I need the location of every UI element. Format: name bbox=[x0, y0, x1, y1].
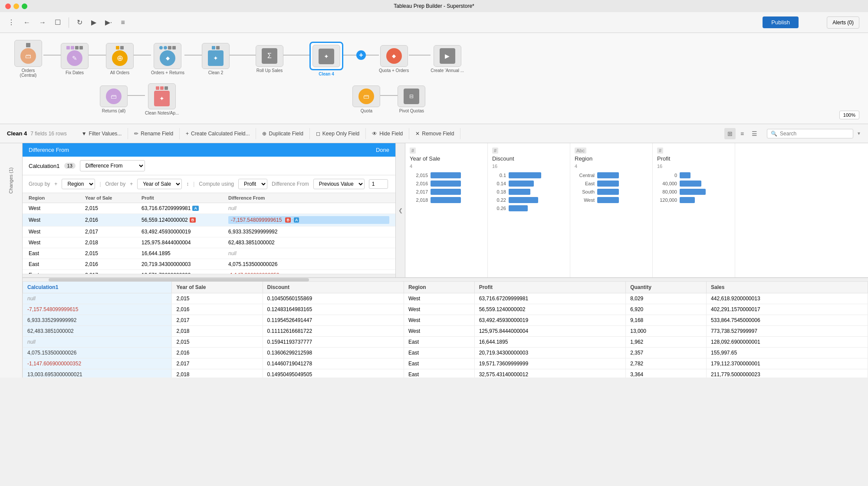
cell-quantity: 1,962 bbox=[626, 337, 707, 348]
back-button[interactable]: ← bbox=[21, 17, 33, 28]
flow-node-clean-notes[interactable]: ✦ Clean Notes/Ap... bbox=[145, 83, 179, 115]
add-group-by-button[interactable]: + bbox=[54, 181, 57, 187]
filter-action[interactable]: ▼ Filter Values... bbox=[76, 128, 128, 139]
flow-node-fix-dates[interactable]: ✎ Fix Dates bbox=[61, 43, 89, 75]
diff-table-row-selected[interactable]: West 2,016 56,559.1240000002 B -7,157.54… bbox=[23, 214, 395, 227]
table-row[interactable]: 4,075.153500000026 2,016 0.1360629921259… bbox=[23, 348, 868, 358]
cell-quantity: 3,364 bbox=[626, 369, 707, 378]
profile-bar-row: 2,018 bbox=[410, 197, 483, 203]
flow-node-pivot-quotas[interactable]: ⊟ Pivot Quotas bbox=[398, 85, 425, 113]
diff-count-input[interactable] bbox=[369, 179, 388, 189]
profile-col-name-year: Year of Sale bbox=[410, 155, 483, 162]
flow-canvas: 🗃 Orders (Central) ✎ Fix Dates bbox=[0, 33, 868, 124]
bar-0.26 bbox=[509, 205, 528, 211]
calc-action[interactable]: + Create Calculated Field... bbox=[180, 128, 256, 139]
cell-calc: null bbox=[23, 293, 172, 304]
sidebar-toggle-button[interactable]: ⋮ bbox=[5, 16, 17, 28]
cell-profit: 19,571.73609999999 bbox=[474, 358, 626, 369]
alerts-button[interactable]: Alerts (0) bbox=[827, 16, 859, 29]
list-view-button[interactable]: ☰ bbox=[749, 128, 760, 139]
minimize-traffic-light[interactable] bbox=[13, 3, 19, 9]
cell-discount: 0.11954526491447 bbox=[263, 315, 404, 326]
table-row[interactable]: -7,157.548099999615 2,016 0.124831649831… bbox=[23, 304, 868, 315]
diff-table-row[interactable]: West 2,017 63,492.45930000019 6,933.3352… bbox=[23, 227, 395, 237]
cell-year: 2,015 bbox=[172, 293, 263, 304]
flow-node-create-annual[interactable]: ▶ Create 'Annual ... bbox=[431, 45, 464, 73]
cell-calc: -7,157.548099999615 bbox=[23, 304, 172, 315]
flow-node-all-orders[interactable]: ⊕ All Orders bbox=[106, 43, 134, 75]
search-icon: 🔍 bbox=[771, 131, 777, 137]
flow-node-returns-all[interactable]: 🗃 Returns (all) bbox=[100, 85, 128, 113]
add-order-by-button[interactable]: + bbox=[130, 181, 133, 187]
flow-node-orders-central[interactable]: 🗃 Orders (Central) bbox=[13, 40, 43, 78]
expand-panel-button[interactable]: ❮ bbox=[396, 143, 405, 277]
flow-node-quota[interactable]: 🗃 Quota bbox=[352, 85, 380, 113]
diff-scrollbar[interactable] bbox=[23, 274, 395, 277]
close-traffic-light[interactable] bbox=[5, 3, 11, 9]
diff-table-row[interactable]: West 2,018 125,975.8444000004 62,483.385… bbox=[23, 237, 395, 248]
cell-discount: 0.10450560155869 bbox=[263, 293, 404, 304]
flow-node-roll-up-sales[interactable]: Σ Roll Up Sales bbox=[256, 45, 283, 73]
diff-table-row[interactable]: East 2,016 20,719.34300000003 4,075.1535… bbox=[23, 259, 395, 270]
duplicate-icon: ⊕ bbox=[262, 131, 266, 137]
run-button[interactable]: ▶ bbox=[89, 16, 99, 28]
save-button[interactable]: ☐ bbox=[52, 16, 63, 28]
flow-node-clean2[interactable]: ✦ Clean 2 bbox=[202, 43, 230, 75]
run-options-button[interactable]: ▶· bbox=[102, 16, 115, 28]
duplicate-action[interactable]: ⊕ Duplicate Field bbox=[256, 128, 309, 139]
flow-node-clean4[interactable]: ✦ Clean 4 bbox=[309, 42, 343, 76]
compute-using-select[interactable]: Profit bbox=[238, 179, 267, 189]
diff-table-row[interactable]: West 2,015 63,716.67209999981 A null bbox=[23, 203, 395, 214]
cell-calc: 62,483.3851000002 bbox=[23, 326, 172, 337]
cell-discount: 0.12483164983165 bbox=[263, 304, 404, 315]
node-label-clean4: Clean 4 bbox=[319, 72, 334, 76]
title-bar: Tableau Prep Builder - Superstore* bbox=[0, 0, 868, 12]
changes-sidebar: Changes (1) bbox=[0, 143, 23, 378]
profile-bars-profit: 0 40,000 80,000 120,000 bbox=[657, 172, 730, 203]
publish-button[interactable]: Publish bbox=[763, 16, 799, 28]
order-by-label: Order by bbox=[105, 181, 126, 187]
table-row[interactable]: null 2,015 0.15941193737777 East 16,644.… bbox=[23, 337, 868, 348]
card-view-button[interactable]: ⊞ bbox=[724, 128, 736, 139]
diff-table-row[interactable]: East 2,015 16,644.1895 null bbox=[23, 248, 395, 259]
diff-from-select[interactable]: Previous Value bbox=[313, 179, 365, 189]
diff-table-header: Region Year of Sale Profit Difference Fr… bbox=[23, 193, 395, 203]
add-node-button[interactable]: + bbox=[356, 50, 366, 60]
rename-action[interactable]: ✏ Rename Field bbox=[128, 128, 180, 139]
data-table: Calculation1 Year of Sale Discount Regio… bbox=[23, 281, 868, 378]
table-row[interactable]: null 2,015 0.10450560155869 West 63,716.… bbox=[23, 293, 868, 304]
table-view-button[interactable]: ≡ bbox=[736, 128, 748, 139]
refresh-button[interactable]: ↻ bbox=[74, 16, 85, 28]
order-by-select[interactable]: Year of Sale bbox=[137, 179, 182, 189]
tag-a: A bbox=[192, 206, 199, 211]
horizontal-scrollbar[interactable] bbox=[23, 278, 868, 281]
rename-icon: ✏ bbox=[134, 131, 138, 137]
forward-button[interactable]: → bbox=[36, 17, 49, 28]
group-by-select[interactable]: Region bbox=[62, 179, 95, 189]
hide-action[interactable]: 👁 Hide Field bbox=[366, 128, 409, 139]
flow-node-quota-orders[interactable]: ◆ Quota + Orders bbox=[379, 45, 409, 73]
more-options-button[interactable]: ≡ bbox=[118, 17, 127, 28]
profile-bar-row: 2,017 bbox=[410, 189, 483, 195]
table-row[interactable]: 6,933.335299999992 2,017 0.1195452649144… bbox=[23, 315, 868, 326]
app-title: Tableau Prep Builder - Superstore* bbox=[394, 3, 474, 9]
table-row[interactable]: 62,483.3851000002 2,018 0.11112616681722… bbox=[23, 326, 868, 337]
dropdown-arrow[interactable]: ▼ bbox=[857, 131, 861, 136]
cell-calc: 13,003.6953000000021 bbox=[23, 369, 172, 378]
search-input[interactable] bbox=[780, 131, 849, 137]
flow-node-orders-returns[interactable]: ◆ Orders + Returns bbox=[151, 43, 184, 75]
order-direction-button[interactable]: ↕ bbox=[186, 181, 189, 187]
table-row[interactable]: -1,147.6069000000352 2,017 0.14460719041… bbox=[23, 358, 868, 369]
view-toggle-group: ⊞ ≡ ☰ bbox=[724, 128, 760, 139]
table-row[interactable]: 13,003.6953000000021 2,018 0.14950495049… bbox=[23, 369, 868, 378]
diff-done-button[interactable]: Done bbox=[376, 147, 389, 153]
top-panel: Difference From Done Calculation1 13 Dif… bbox=[23, 143, 868, 278]
maximize-traffic-light[interactable] bbox=[22, 3, 27, 9]
formula-select[interactable]: Difference From bbox=[80, 160, 145, 171]
remove-action[interactable]: ✕ Remove Field bbox=[409, 128, 460, 139]
tag-b: B bbox=[190, 217, 196, 223]
cell-calc: 6,933.335299999992 bbox=[23, 315, 172, 326]
keep-action[interactable]: ◻ Keep Only Field bbox=[310, 128, 366, 139]
diff-table-row[interactable]: East 2,017 19,571.73609999999 -1,147.606… bbox=[23, 270, 395, 274]
diff-from-static-label: Difference From bbox=[272, 181, 309, 187]
